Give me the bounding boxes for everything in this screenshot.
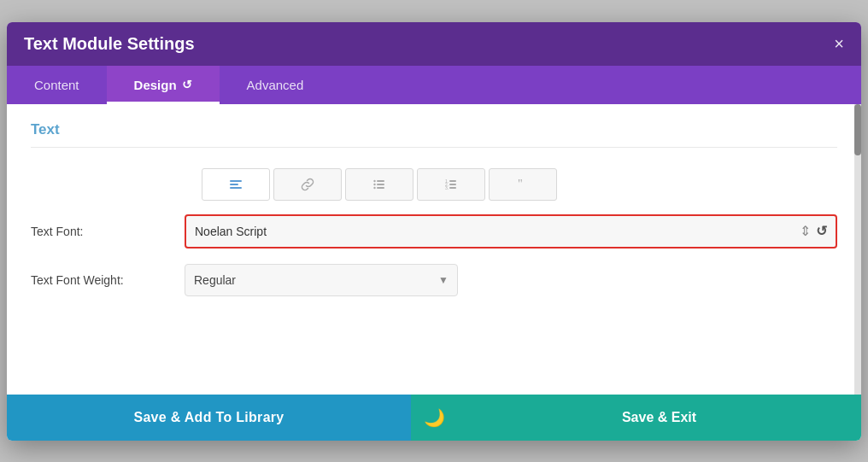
modal-body: Text [7,104,861,395]
svg-rect-14 [449,187,456,189]
font-reset-button[interactable]: ↺ [816,223,827,239]
link-icon-btn[interactable] [273,168,342,201]
text-font-control: Noelan Script ⇕ ↺ [185,214,837,249]
text-module-settings-modal: Text Module Settings × Content Design ↺ … [7,22,861,441]
svg-rect-8 [377,187,384,189]
text-font-weight-row: Text Font Weight: Regular Bold Italic Li… [31,264,837,296]
svg-rect-0 [230,180,242,182]
svg-point-3 [373,179,375,181]
tab-design-label: Design [134,78,177,92]
modal-footer: Save & Add To Library 🌙 Save & Exit [7,395,861,441]
tab-content-label: Content [34,78,79,92]
modal-title: Text Module Settings [24,34,195,54]
svg-rect-10 [449,180,456,182]
text-font-weight-control: Regular Bold Italic Light ▼ [185,264,837,296]
svg-point-7 [373,186,375,188]
text-font-weight-label: Text Font Weight: [31,273,185,287]
list-ordered-icon-btn[interactable]: 1. 2. 3. [417,168,485,201]
modal-close-button[interactable]: × [834,35,844,52]
middle-icon-button[interactable]: 🌙 [411,395,457,441]
font-weight-select-arrow-icon: ▼ [438,274,449,286]
save-library-button[interactable]: Save & Add To Library [7,395,411,441]
font-select-highlighted-box[interactable]: Noelan Script ⇕ ↺ [185,214,837,249]
list-ordered-icon: 1. 2. 3. [443,177,459,192]
tab-design[interactable]: Design ↺ [107,66,220,104]
svg-text:3.: 3. [445,185,449,190]
svg-rect-6 [377,184,384,185]
list-unordered-icon-btn[interactable] [345,168,413,201]
align-left-icon-btn[interactable] [202,168,270,201]
link-icon [300,177,315,192]
align-left-icon [228,177,243,192]
svg-rect-12 [449,184,456,185]
modal-header: Text Module Settings × [7,22,861,66]
section-divider [31,147,837,148]
font-select-value: Noelan Script [195,225,800,238]
moon-icon: 🌙 [424,407,445,428]
tabs-bar: Content Design ↺ Advanced [7,66,861,104]
font-weight-select[interactable]: Regular Bold Italic Light [194,273,438,287]
svg-rect-1 [230,184,238,185]
svg-rect-4 [377,180,384,182]
text-font-label: Text Font: [31,225,185,238]
save-exit-button[interactable]: Save & Exit [457,395,861,441]
scrollbar-thumb [854,104,861,155]
tab-advanced[interactable]: Advanced [220,66,331,104]
tab-advanced-label: Advanced [247,78,304,92]
text-format-icons: 1. 2. 3. " [202,168,837,201]
font-weight-select-wrap: Regular Bold Italic Light ▼ [185,264,458,296]
section-title: Text [31,121,837,138]
svg-text:": " [518,178,523,190]
list-unordered-icon [372,177,387,192]
scrollbar[interactable] [854,104,861,395]
text-font-row: Text Font: Noelan Script ⇕ ↺ [31,214,837,249]
tab-content[interactable]: Content [7,66,107,104]
design-reset-icon: ↺ [182,78,192,91]
svg-point-5 [373,183,375,184]
quote-icon: " [515,177,531,192]
quote-icon-btn[interactable]: " [489,168,557,201]
font-select-arrows-icon[interactable]: ⇕ [800,223,811,239]
svg-rect-2 [230,187,242,189]
